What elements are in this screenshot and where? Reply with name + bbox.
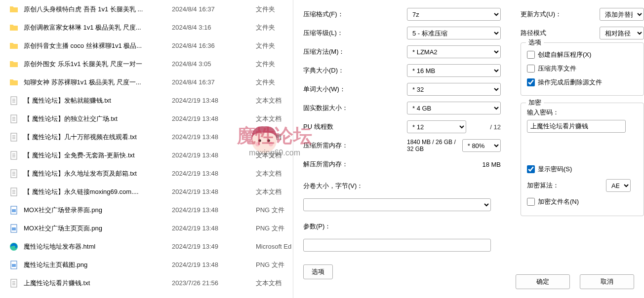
file-date: 2024/8/4 16:36 xyxy=(172,42,256,49)
file-name: 【 魔性论坛】的独立社交广场.txt xyxy=(24,114,172,123)
file-type: PNG 文件 xyxy=(256,206,284,215)
sfx-label: 创建自解压程序(X) xyxy=(538,50,591,59)
file-name: 魔性论坛主页截图.png xyxy=(24,261,172,269)
file-row[interactable]: 上魔性论坛看片赚钱.txt2023/7/26 21:56文本文档 xyxy=(0,274,293,292)
file-type: 文本文档 xyxy=(256,279,282,288)
file-date: 2024/2/19 13:48 xyxy=(172,188,256,195)
file-row[interactable]: 原创外围女 乐乐1v1 长腿美乳 尺度一对一2024/8/4 3:05文件夹 xyxy=(0,55,293,73)
file-name: 原创抖音女主播 coco 丝袜裸聊1v1 极品... xyxy=(24,41,172,50)
threads-max: / 12 xyxy=(490,123,501,131)
file-row[interactable]: 【 魔性论坛】全免费-无套路-更新快.txt2024/2/19 13:48文本文… xyxy=(0,146,293,164)
share-checkbox[interactable] xyxy=(527,65,535,73)
password-input[interactable] xyxy=(527,120,626,133)
memd-value: 18 MB xyxy=(407,161,501,168)
file-date: 2024/2/19 13:48 xyxy=(172,97,256,104)
file-name: 魔性论坛地址发布器.html xyxy=(24,242,172,251)
file-row[interactable]: 原创八头身模特白虎 吾吾 1v1 长腿美乳 ...2024/8/4 16:37文… xyxy=(0,0,293,18)
memc-label: 压缩所需内存： xyxy=(303,141,407,150)
solid-label: 固实数据大小： xyxy=(303,104,407,112)
method-select[interactable]: * LZMA2 xyxy=(407,45,501,58)
pathmode-select[interactable]: 相对路径 xyxy=(600,27,644,39)
update-select[interactable]: 添加并替换 xyxy=(600,8,644,21)
file-date: 2024/2/19 13:48 xyxy=(172,224,256,232)
file-row[interactable]: 魔性论坛主页截图.png2024/2/19 13:48PNG 文件 xyxy=(0,256,293,274)
file-name: 【 魔性论坛】永久链接moxing69.com.... xyxy=(24,187,172,196)
svg-rect-27 xyxy=(12,227,16,230)
file-name: 知聊女神 苏苏裸聊1v1 极品美乳 尺度一... xyxy=(24,78,172,87)
pathmode-label: 路径模式 xyxy=(521,29,600,37)
file-type: PNG 文件 xyxy=(256,261,284,269)
file-row[interactable]: 【 魔性论坛】发帖就能赚钱.txt2024/2/19 13:48文本文档 xyxy=(0,91,293,110)
file-row[interactable]: 魔性论坛地址发布器.html2024/2/19 13:49Microsoft E… xyxy=(0,237,293,256)
file-type: Microsoft Ed xyxy=(256,243,291,250)
level-select[interactable]: 5 - 标准压缩 xyxy=(407,27,501,39)
file-row[interactable]: MOX社交广场登录界面.png2024/2/19 13:48PNG 文件 xyxy=(0,201,293,219)
file-type: 文本文档 xyxy=(256,96,282,105)
file-date: 2024/2/19 13:48 xyxy=(172,133,256,141)
svg-rect-25 xyxy=(12,209,16,212)
format-label: 压缩格式(F)： xyxy=(303,10,407,19)
share-label: 压缩共享文件 xyxy=(538,64,576,73)
file-type: 文件夹 xyxy=(256,23,275,32)
file-type: PNG 文件 xyxy=(256,224,284,233)
file-type: 文本文档 xyxy=(256,169,282,178)
ok-button[interactable]: 确定 xyxy=(516,274,570,289)
format-select[interactable]: 7z xyxy=(407,8,501,21)
file-row[interactable]: MOX社交广场主页页面.png2024/2/19 13:48PNG 文件 xyxy=(0,219,293,237)
showpw-label: 显示密码(S) xyxy=(538,165,572,174)
options-button[interactable]: 选项 xyxy=(303,264,333,279)
file-type: 文本文档 xyxy=(256,151,282,160)
password-label: 输入密码： xyxy=(527,108,638,117)
file-row[interactable]: 【 魔性论坛】永久链接moxing69.com....2024/2/19 13:… xyxy=(0,183,293,201)
file-date: 2023/7/26 21:56 xyxy=(172,279,256,287)
params-input[interactable] xyxy=(303,239,491,252)
delete-label: 操作完成后删除源文件 xyxy=(538,78,602,87)
file-name: MOX社交广场主页页面.png xyxy=(24,224,172,233)
file-type: 文件夹 xyxy=(256,78,275,87)
level-label: 压缩等级(L)： xyxy=(303,29,407,37)
encnames-label: 加密文件名(N) xyxy=(538,197,579,206)
split-label: 分卷大小，字节(V)： xyxy=(303,182,407,190)
showpw-checkbox[interactable] xyxy=(527,165,535,173)
dict-select[interactable]: * 16 MB xyxy=(407,64,501,77)
file-name: 原创外围女 乐乐1v1 长腿美乳 尺度一对一 xyxy=(24,60,172,69)
update-label: 更新方式(U)： xyxy=(521,10,600,19)
file-type: 文本文档 xyxy=(256,114,282,123)
file-name: 原创调教富家女林琳 1v1 极品美乳 尺度... xyxy=(24,23,172,32)
file-date: 2024/8/4 3:16 xyxy=(172,24,256,31)
file-row[interactable]: 知聊女神 苏苏裸聊1v1 极品美乳 尺度一...2024/8/4 16:37文件… xyxy=(0,73,293,91)
delete-checkbox[interactable] xyxy=(527,78,535,86)
file-date: 2024/2/19 13:48 xyxy=(172,115,256,122)
split-select[interactable] xyxy=(303,198,491,211)
file-type: 文件夹 xyxy=(256,41,275,50)
file-row[interactable]: 原创抖音女主播 coco 丝袜裸聊1v1 极品...2024/8/4 16:36… xyxy=(0,37,293,55)
svg-rect-30 xyxy=(12,264,16,267)
compress-dialog: 压缩格式(F)：7z 压缩等级(L)：5 - 标准压缩 压缩方法(M)：* LZ… xyxy=(293,0,644,298)
sfx-checkbox[interactable] xyxy=(527,51,535,59)
file-date: 2024/2/19 13:48 xyxy=(172,151,256,159)
algo-label: 加密算法： xyxy=(527,181,606,190)
params-label: 参数(P)： xyxy=(303,222,407,231)
file-date: 2024/2/19 13:48 xyxy=(172,206,256,214)
file-row[interactable]: 【 魔性论坛】几十万部视频在线观看.txt2024/2/19 13:48文本文档 xyxy=(0,128,293,146)
method-label: 压缩方法(M)： xyxy=(303,47,407,56)
file-name: 上魔性论坛看片赚钱.txt xyxy=(24,279,172,288)
file-name: MOX社交广场登录界面.png xyxy=(24,206,172,215)
threads-select[interactable]: * 12 xyxy=(407,120,466,133)
file-row[interactable]: 原创调教富家女林琳 1v1 极品美乳 尺度...2024/8/4 3:16文件夹 xyxy=(0,18,293,37)
file-date: 2024/2/19 13:48 xyxy=(172,170,256,177)
file-name: 【 魔性论坛】永久地址发布页及邮箱.txt xyxy=(24,169,172,178)
memc-select[interactable]: * 80% xyxy=(462,139,501,152)
algo-select[interactable]: AES xyxy=(606,179,631,192)
cancel-button[interactable]: 取消 xyxy=(580,274,634,289)
file-date: 2024/8/4 16:37 xyxy=(172,5,256,13)
encnames-checkbox[interactable] xyxy=(527,198,535,206)
file-row[interactable]: 【 魔性论坛】的独立社交广场.txt2024/2/19 13:48文本文档 xyxy=(0,110,293,128)
file-row[interactable]: 【 魔性论坛】永久地址发布页及邮箱.txt2024/2/19 13:48文本文档 xyxy=(0,164,293,183)
encryption-legend: 加密 xyxy=(526,98,544,107)
file-name: 【 魔性论坛】几十万部视频在线观看.txt xyxy=(24,133,172,142)
solid-select[interactable]: * 4 GB xyxy=(407,102,501,114)
word-select[interactable]: * 32 xyxy=(407,83,501,96)
file-name: 【 魔性论坛】全免费-无套路-更新快.txt xyxy=(24,151,172,160)
file-date: 2024/2/19 13:49 xyxy=(172,243,256,250)
